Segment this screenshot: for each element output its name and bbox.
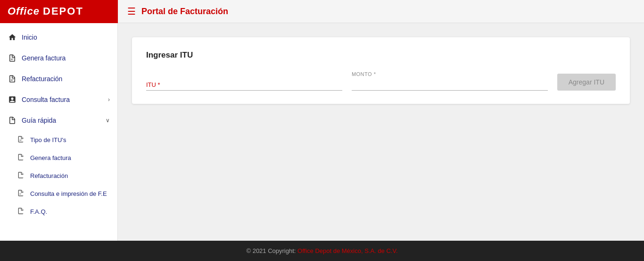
chevron-down-icon-guia: ∨: [106, 117, 110, 124]
add-itu-button[interactable]: Agregar ITU: [557, 74, 616, 91]
sidebar-sub-label-tipo-itu: Tipo de ITU's: [30, 136, 66, 143]
sidebar-item-consulta-factura[interactable]: Consulta factura ›: [0, 89, 117, 110]
sub-document-icon-5: [17, 207, 25, 216]
sub-document-icon-1: [17, 135, 25, 144]
monto-field: MONTO * 0: [352, 71, 548, 91]
sidebar-sub-label-refacturacion: Refacturación: [30, 172, 68, 179]
sidebar-item-label-guia: Guía rápida: [22, 117, 56, 124]
document-icon-1: [8, 53, 17, 63]
sidebar-item-label-consulta: Consulta factura: [22, 96, 70, 103]
footer-company-link[interactable]: Office Depot de México, S.A. de C.V.: [297, 247, 397, 254]
header-right: ☰ Portal de Facturación: [118, 6, 238, 17]
sidebar-sub-item-faq[interactable]: F.A.Q.: [0, 202, 117, 220]
sidebar-item-label-genera: Genera factura: [22, 54, 66, 62]
sidebar-item-inicio[interactable]: Inicio: [0, 27, 117, 48]
sub-document-icon-3: [17, 171, 25, 180]
logo: Office DEPOT: [8, 5, 83, 17]
document-icon-2: [8, 74, 17, 84]
home-icon: [8, 33, 17, 42]
sidebar-item-genera-factura[interactable]: Genera factura: [0, 48, 117, 68]
sidebar-sub-label-faq: F.A.Q.: [30, 208, 47, 215]
itu-card: Ingresar ITU MONTO * 0 Agregar ITU: [132, 37, 630, 104]
sidebar: Inicio Genera factura Refacturación Cons…: [0, 23, 118, 241]
document-icon-3: [8, 116, 17, 125]
sidebar-sub-label-consulta-impresion: Consulta e impresión de F.E: [30, 190, 107, 197]
portal-title: Portal de Facturación: [141, 7, 228, 17]
footer-copyright: © 2021 Copyright:: [246, 247, 297, 254]
sidebar-item-refacturacion[interactable]: Refacturación: [0, 68, 117, 89]
sub-document-icon-4: [17, 189, 25, 198]
person-doc-icon: [8, 95, 17, 104]
sidebar-item-guia-rapida[interactable]: Guía rápida ∨: [0, 110, 117, 131]
sidebar-sub-item-refacturacion[interactable]: Refacturación: [0, 167, 117, 185]
sub-document-icon-2: [17, 153, 25, 162]
chevron-right-icon-consulta: ›: [108, 96, 110, 103]
sidebar-sub-item-genera-factura[interactable]: Genera factura: [0, 149, 117, 167]
main-layout: Inicio Genera factura Refacturación Cons…: [0, 23, 644, 241]
sidebar-sub-item-consulta-impresion[interactable]: Consulta e impresión de F.E: [0, 185, 117, 202]
sidebar-item-label-refacturacion: Refacturación: [22, 75, 62, 83]
logo-depot: DEPOT: [43, 5, 83, 17]
logo-area: Office DEPOT: [0, 0, 118, 23]
itu-input[interactable]: [146, 79, 342, 91]
logo-office: Office: [8, 5, 43, 17]
monto-label: MONTO *: [352, 71, 548, 77]
hamburger-icon[interactable]: ☰: [127, 6, 136, 17]
content-area: Ingresar ITU MONTO * 0 Agregar ITU: [118, 23, 644, 241]
header: Office DEPOT ☰ Portal de Facturación: [0, 0, 644, 23]
footer: © 2021 Copyright: Office Depot de México…: [0, 241, 644, 261]
sidebar-sub-item-tipo-itu[interactable]: Tipo de ITU's: [0, 131, 117, 149]
monto-input[interactable]: 0: [352, 79, 548, 91]
itu-field: [146, 79, 342, 91]
sidebar-sub-label-genera: Genera factura: [30, 154, 71, 161]
itu-form-row: MONTO * 0 Agregar ITU: [146, 71, 616, 91]
card-title: Ingresar ITU: [146, 51, 616, 60]
sidebar-item-label-inicio: Inicio: [22, 34, 37, 41]
